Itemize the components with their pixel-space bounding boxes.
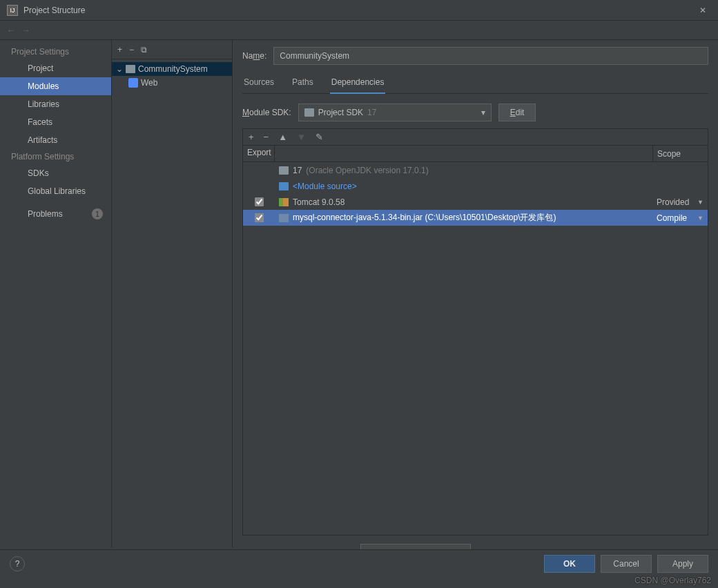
remove-dep-icon[interactable]: −: [264, 132, 269, 142]
dep-row[interactable]: Tomcat 9.0.58Provided▼: [243, 194, 708, 210]
dep-name-text: 17: [293, 166, 302, 175]
edit-dep-icon[interactable]: ✎: [316, 132, 323, 142]
header-export: Export: [243, 146, 275, 161]
header-name: [275, 146, 652, 161]
back-icon[interactable]: ←: [7, 26, 15, 35]
export-checkbox[interactable]: [255, 197, 264, 206]
dialog-footer: ? OK Cancel Apply: [0, 549, 718, 577]
copy-icon[interactable]: ⧉: [141, 45, 147, 55]
sidebar-item-facets[interactable]: Facets: [0, 113, 111, 131]
add-icon[interactable]: +: [117, 45, 122, 55]
sidebar: Project Settings Project Modules Librari…: [0, 40, 112, 547]
problems-count-badge: 1: [92, 208, 103, 219]
titlebar: IJ Project Structure ✕: [0, 0, 718, 21]
dependencies-table: + − ▲ ▼ ✎ Export Scope 17 (Oracle OpenJD…: [242, 128, 708, 536]
edit-sdk-button[interactable]: Edit: [498, 104, 536, 121]
sidebar-item-sdks[interactable]: SDKs: [0, 164, 111, 182]
content-panel: Name: Sources Paths Dependencies Module …: [233, 40, 718, 547]
watermark: CSDN @Overlay762: [634, 576, 711, 585]
export-checkbox[interactable]: [255, 213, 264, 222]
module-tree: + − ⧉ ⌄ CommunitySystem Web: [112, 40, 233, 547]
scope-value: Compile: [657, 213, 687, 223]
dep-row[interactable]: <Module source>: [243, 178, 708, 194]
sidebar-section-platform: Platform Settings: [0, 149, 111, 164]
sdk-value-prefix: Project SDK: [318, 108, 363, 117]
sidebar-item-libraries[interactable]: Libraries: [0, 95, 111, 113]
tab-sources[interactable]: Sources: [242, 75, 275, 93]
chevron-down-icon: ▾: [481, 108, 485, 117]
sdk-icon: [304, 108, 314, 117]
sidebar-item-artifacts[interactable]: Artifacts: [0, 131, 111, 149]
dep-row[interactable]: 17 (Oracle OpenJDK version 17.0.1): [243, 162, 708, 178]
tree-node-root[interactable]: ⌄ CommunitySystem: [112, 62, 232, 76]
dep-row[interactable]: mysql-connector-java-5.1.34-bin.jar (C:\…: [243, 210, 708, 226]
sidebar-item-problems[interactable]: Problems 1: [0, 206, 111, 222]
dep-name-text: mysql-connector-java-5.1.34-bin.jar (C:\…: [293, 212, 556, 224]
chevron-down-icon: ⌄: [116, 64, 123, 74]
intellij-icon: IJ: [7, 5, 18, 16]
tree-node-web[interactable]: Web: [112, 76, 232, 90]
sidebar-item-project[interactable]: Project: [0, 59, 111, 77]
sidebar-item-global-libraries[interactable]: Global Libraries: [0, 182, 111, 200]
header-scope: Scope: [652, 146, 708, 161]
module-name-input[interactable]: [273, 47, 708, 65]
sdk-value-suffix: 17: [367, 108, 376, 117]
chevron-down-icon[interactable]: ▼: [697, 215, 704, 222]
module-sdk-label: Module SDK:: [242, 108, 291, 117]
problems-label: Problems: [28, 209, 63, 219]
cancel-button[interactable]: Cancel: [601, 555, 652, 573]
sidebar-item-modules[interactable]: Modules: [0, 77, 111, 95]
apply-button[interactable]: Apply: [657, 555, 708, 573]
forward-icon[interactable]: →: [22, 26, 30, 35]
sdk-icon: [279, 166, 289, 175]
tree-web-label: Web: [141, 78, 157, 88]
tab-paths[interactable]: Paths: [291, 75, 315, 93]
add-dep-icon[interactable]: +: [249, 132, 254, 142]
tree-toolbar: + − ⧉: [112, 40, 232, 59]
close-icon[interactable]: ✕: [695, 6, 711, 15]
tree-root-label: CommunitySystem: [138, 64, 208, 74]
remove-icon[interactable]: −: [129, 45, 134, 55]
module-icon: [126, 65, 135, 73]
tom-icon: [279, 198, 289, 206]
src-icon: [279, 182, 289, 190]
window-title: Project Structure: [23, 6, 695, 15]
web-facet-icon: [128, 78, 138, 88]
jar-icon: [279, 214, 289, 222]
scope-value: Provided: [657, 197, 689, 207]
statusbar: [0, 577, 8, 588]
dep-name-text: <Module source>: [293, 182, 357, 191]
sidebar-section-project: Project Settings: [0, 44, 111, 59]
move-up-icon[interactable]: ▲: [278, 132, 287, 142]
name-label: Name:: [242, 51, 266, 61]
help-button[interactable]: ?: [10, 556, 25, 571]
move-down-icon[interactable]: ▼: [297, 132, 306, 142]
module-sdk-combo[interactable]: Project SDK 17 ▾: [298, 104, 492, 121]
ok-button[interactable]: OK: [544, 555, 595, 573]
dep-toolbar: + − ▲ ▼ ✎: [243, 129, 708, 146]
module-tabs: Sources Paths Dependencies: [242, 75, 708, 94]
dep-name-text: Tomcat 9.0.58: [293, 197, 345, 207]
chevron-down-icon[interactable]: ▼: [697, 199, 704, 206]
nav-toolbar: ← →: [0, 21, 718, 40]
tab-dependencies[interactable]: Dependencies: [330, 75, 386, 94]
dep-header: Export Scope: [243, 146, 708, 162]
